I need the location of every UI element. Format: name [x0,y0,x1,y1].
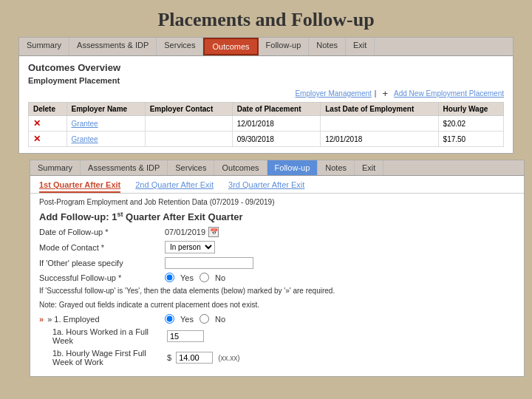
outcomes-section-title: Outcomes Overview [28,62,504,73]
employer-name-1: Grantee [66,116,145,132]
employed-no-label: No [215,315,225,324]
wage-format-label: (xx.xx) [218,354,239,362]
tab-outcomes-bottom[interactable]: Outcomes [214,160,267,175]
successful-followup-value: Yes No [165,273,225,282]
date-followup-label: Date of Follow-up * [39,228,165,236]
employment-placement-title: Employment Placement [28,76,504,85]
tab-followup-bottom[interactable]: Follow-up [267,160,318,175]
employed-value: Yes No [165,314,225,324]
tab-exit-top[interactable]: Exit [346,38,375,55]
tab-outcomes-top[interactable]: Outcomes [203,38,258,55]
col-date-placement: Date of Placement [232,103,320,116]
hourly-wage-1: $20.02 [438,116,503,132]
col-delete: Delete [29,103,67,116]
program-data-label: Post-Program Employment and Job Retentio… [39,198,515,206]
note-text-2: Note: Grayed out fields indicate a curre… [39,300,515,310]
wage-label: 1b. Hourly Wage First Full Week of Work [52,349,167,366]
delete-btn-2[interactable]: ✕ [29,132,67,147]
tab-assessments-bottom[interactable]: Assessments & IDP [81,160,168,175]
other-specify-row: If 'Other' please specify [39,257,515,269]
tab-assessments-top[interactable]: Assessments & IDP [69,38,157,55]
add-new-employment-link[interactable]: Add New Employment Placement [394,89,504,98]
date-followup-text: 07/01/2019 [165,228,205,236]
contact-1 [145,116,232,132]
dollar-sign: $ [167,353,171,362]
placement-table: Delete Employer Name Employer Contact Da… [28,102,504,147]
col-employer-name: Employer Name [66,103,145,116]
outcomes-nav: Summary Assessments & IDP Services Outco… [19,38,513,56]
successful-radio-group: Yes No [165,273,225,282]
employed-row: » » 1. Employed Yes No [39,314,515,324]
employer-name-2: Grantee [66,132,145,147]
employer-mgmt-link[interactable]: Employer Management [295,89,371,98]
employed-yes-label: Yes [180,315,194,324]
add-followup-title: Add Follow-up: 1st Quarter After Exit Qu… [39,211,515,222]
tab-2nd-quarter[interactable]: 2nd Quarter After Exit [135,180,214,193]
required-marker: » [39,315,44,324]
tab-3rd-quarter[interactable]: 3rd Quarter After Exit [228,180,304,193]
page-title: Placements and Follow-up [157,0,374,37]
quarter-tabs: 1st Quarter After Exit 2nd Quarter After… [30,176,524,194]
tab-services-bottom[interactable]: Services [168,160,214,175]
tab-notes-top[interactable]: Notes [309,38,346,55]
wage-input[interactable] [176,352,213,364]
mode-contact-value: In person Phone Email Other [165,241,215,253]
outcomes-body: Outcomes Overview Employment Placement E… [19,56,513,153]
tab-services-top[interactable]: Services [157,38,203,55]
successful-followup-label: Successful Follow-up * [39,273,165,282]
last-date-2: 12/01/2018 [321,132,438,147]
hours-value [167,330,204,342]
other-specify-value [165,257,253,269]
date-followup-value: 07/01/2019 📅 [165,227,219,237]
followup-panel: Summary Assessments & IDP Services Outco… [30,160,525,377]
successful-followup-row: Successful Follow-up * Yes No [39,273,515,282]
col-hourly-wage: Hourly Wage [438,103,503,116]
employed-radio-group: Yes No [165,314,225,324]
col-last-date: Last Date of Employment [321,103,438,116]
contact-2 [145,132,232,147]
wage-value: $ (xx.xx) [167,352,240,364]
tab-notes-bottom[interactable]: Notes [318,160,355,175]
hours-label: 1a. Hours Worked in a Full Week [52,327,167,345]
successful-yes-label: Yes [180,273,194,282]
employer-mgmt-row: Employer Management | + Add New Employme… [28,88,504,99]
hourly-wage-2: $17.50 [438,132,503,147]
wage-row: 1b. Hourly Wage First Full Week of Work … [39,349,515,366]
date-followup-row: Date of Follow-up * 07/01/2019 📅 [39,227,515,237]
successful-yes-radio[interactable] [165,273,174,282]
table-row: ✕ Grantee 09/30/2018 12/01/2018 $17.50 [29,132,504,147]
last-date-1 [321,116,438,132]
employed-label: » » 1. Employed [39,315,165,324]
mode-contact-row: Mode of Contact * In person Phone Email … [39,241,515,253]
col-employer-contact: Employer Contact [145,103,232,116]
employed-no-radio[interactable] [200,314,209,324]
other-specify-label: If 'Other' please specify [39,259,165,267]
tab-followup-top[interactable]: Follow-up [259,38,310,55]
outcomes-panel: Summary Assessments & IDP Services Outco… [18,37,514,154]
date-placement-2: 09/30/2018 [232,132,320,147]
date-placement-1: 12/01/2018 [232,116,320,132]
mode-contact-label: Mode of Contact * [39,243,165,252]
delete-btn-1[interactable]: ✕ [29,116,67,132]
tab-summary-top[interactable]: Summary [19,38,69,55]
tab-summary-bottom[interactable]: Summary [30,160,81,175]
table-header-row: Delete Employer Name Employer Contact Da… [29,103,504,116]
hours-row: 1a. Hours Worked in a Full Week [39,327,515,345]
other-specify-input[interactable] [165,257,253,269]
tab-1st-quarter[interactable]: 1st Quarter After Exit [39,180,120,193]
table-row: ✕ Grantee 12/01/2018 $20.02 [29,116,504,132]
followup-body: Post-Program Employment and Job Retentio… [30,194,524,376]
note-text-1: If 'Successful follow-up' is 'Yes', then… [39,286,515,296]
employed-yes-radio[interactable] [165,314,174,324]
successful-no-label: No [215,273,225,282]
add-plus-icon: + [382,88,388,99]
mode-contact-select[interactable]: In person Phone Email Other [165,241,215,253]
followup-nav: Summary Assessments & IDP Services Outco… [30,160,524,176]
hours-input[interactable] [167,330,204,342]
tab-exit-bottom[interactable]: Exit [355,160,383,175]
calendar-icon[interactable]: 📅 [208,227,219,237]
successful-no-radio[interactable] [200,273,209,282]
